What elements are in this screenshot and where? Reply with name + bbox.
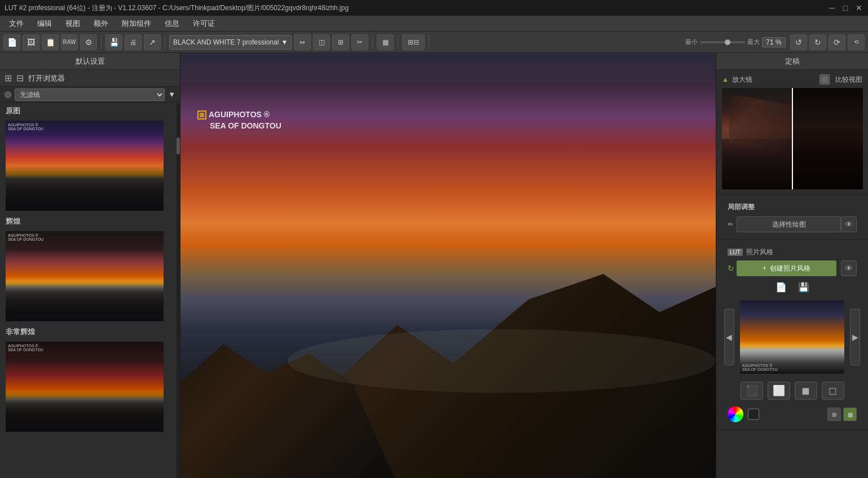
- drawing-row: ✏ 选择性绘图 👁: [722, 214, 862, 234]
- undo-button[interactable]: ↺: [790, 34, 807, 50]
- grid2-icon[interactable]: ⊟: [16, 73, 24, 83]
- cube-buttons-row: ⬛ ⬜ ◼ ◻: [722, 378, 862, 403]
- save-button[interactable]: 💾: [105, 34, 122, 50]
- splendor-thumbnail[interactable]: AGUIPHOTOS ® SEA OF DONGTOU: [6, 231, 164, 321]
- menu-file[interactable]: 文件: [2, 17, 30, 30]
- cube-btn-4[interactable]: ◻: [822, 382, 844, 400]
- new-button[interactable]: 📄: [3, 34, 20, 50]
- settings-button[interactable]: ⚙: [80, 34, 97, 50]
- raw-button[interactable]: RAW: [61, 34, 78, 50]
- cube1-icon: ⬛: [746, 384, 758, 397]
- compare-toggle[interactable]: ⇔: [294, 34, 311, 50]
- lut-photo-style-label: 照片风格: [746, 247, 773, 257]
- crop-button[interactable]: ✂: [351, 34, 368, 50]
- anchor-label: 定稿: [785, 56, 800, 67]
- open-button[interactable]: 🖼: [23, 34, 39, 50]
- main-layout: 默认设置 ⊞ ⊟ 打开浏览器 无滤镜 ▼ 原图 AGUIPHOTOS ® SEA…: [0, 53, 868, 478]
- grid-overlay-btn[interactable]: ⊞: [827, 408, 841, 421]
- refresh-icon[interactable]: ↻: [728, 264, 734, 273]
- cube-btn-2[interactable]: ⬜: [768, 382, 790, 400]
- separator-5: [429, 36, 429, 49]
- grid-btn[interactable]: ⊞⊟: [402, 34, 425, 50]
- arrow-up-icon: ▲: [722, 76, 729, 83]
- menu-edit[interactable]: 编辑: [30, 17, 59, 30]
- filter-select[interactable]: 无滤镜: [15, 88, 165, 101]
- lut-new-button[interactable]: 📄: [776, 282, 787, 293]
- histogram-btn[interactable]: ▦: [377, 34, 394, 50]
- titlebar-controls: ─ □ ✕: [827, 3, 863, 12]
- close-button[interactable]: ✕: [854, 3, 863, 12]
- menu-info[interactable]: 信息: [158, 17, 186, 30]
- cube-btn-3[interactable]: ◼: [795, 382, 817, 400]
- zoom-min-label: 最小: [685, 38, 698, 46]
- eye-toggle-button[interactable]: 👁: [841, 216, 857, 232]
- titlebar-title: LUT #2 professional (64位) - 注册为 - V1.12.…: [5, 3, 349, 13]
- toolbar: 📄 🖼 📋 RAW ⚙ 💾 🖨 ↗ BLACK AND WHITE 7 prof…: [0, 32, 868, 53]
- lut-preview-image: AGUIPHOTOS ® SEA OF DONGTOU: [740, 300, 845, 374]
- left-panel: 默认设置 ⊞ ⊟ 打开浏览器 无滤镜 ▼ 原图 AGUIPHOTOS ® SEA…: [0, 53, 180, 478]
- before-after[interactable]: ◫: [313, 34, 330, 50]
- main-image: AGUIPHOTOS ® SEA OF DONGTOU: [180, 53, 716, 478]
- lut-eye-toggle[interactable]: 👁: [841, 260, 857, 276]
- original-thumbnail-container: AGUIPHOTOS ® SEA OF DONGTOU: [0, 118, 180, 213]
- menu-license[interactable]: 许可证: [186, 17, 222, 30]
- section-original: 原图: [0, 103, 180, 118]
- magnifier-section: ▲ 放大镜 比较视图: [716, 70, 868, 194]
- filter-arrow-icon: ▼: [168, 90, 175, 99]
- selective-drawing-btn[interactable]: 选择性绘图: [737, 216, 841, 232]
- lut-preview-label: AGUIPHOTOS ® SEA OF DONGTOU: [742, 364, 778, 371]
- maximize-button[interactable]: □: [841, 3, 850, 12]
- local-adjust-section: 局部调整 ✏ 选择性绘图 👁: [716, 194, 868, 240]
- compare-view-label: 比较视图: [835, 75, 862, 85]
- lut-save-button[interactable]: 💾: [798, 282, 809, 293]
- create-style-button[interactable]: + 创建照片风格: [737, 260, 836, 276]
- filter-dot: [5, 91, 11, 98]
- lut-actions: 📄 💾: [722, 278, 862, 296]
- watermark-line2: SEA OF DONGTOU: [210, 121, 281, 132]
- menu-view[interactable]: 视图: [59, 17, 87, 30]
- lut-prev-button[interactable]: ◀: [724, 309, 734, 365]
- history-button[interactable]: 📋: [42, 34, 59, 50]
- lut-nav: ◀ AGUIPHOTOS ® SEA OF DONGTOU ▶: [722, 296, 862, 378]
- small-square-icon: [821, 76, 828, 83]
- cube-btn-1[interactable]: ⬛: [741, 382, 763, 400]
- pen-icon[interactable]: ✏: [728, 220, 737, 228]
- left-scrollbar[interactable]: [177, 104, 180, 478]
- fullscreen[interactable]: ⊞: [332, 34, 349, 50]
- open-browser-button[interactable]: 打开浏览器: [28, 73, 65, 83]
- menubar: 文件 编辑 视图 额外 附加组件 信息 许可证: [0, 16, 868, 32]
- grid-icon[interactable]: ⊞: [5, 73, 12, 83]
- splendor-thumbnail-container: AGUIPHOTOS ® SEA OF DONGTOU: [0, 229, 180, 324]
- thumb-info-splendor: AGUIPHOTOS ® SEA OF DONGTOU: [8, 233, 43, 241]
- export-button[interactable]: ↗: [144, 34, 161, 50]
- lut-next-button[interactable]: ▶: [850, 309, 860, 365]
- cube3-icon: ◼: [801, 384, 810, 397]
- redo-button[interactable]: ↻: [809, 34, 826, 50]
- create-style-label: 创建照片风格: [770, 264, 810, 273]
- watermark-line1: AGUIPHOTOS ®: [209, 109, 270, 121]
- anchor-bar: 定稿: [716, 53, 868, 70]
- small-rect-btn-1[interactable]: [748, 409, 759, 420]
- center-panel: AGUIPHOTOS ® SEA OF DONGTOU: [180, 53, 716, 478]
- titlebar: LUT #2 professional (64位) - 注册为 - V1.12.…: [0, 0, 868, 16]
- very-splendor-thumbnail[interactable]: AGUIPHOTOS ® SEA OF DONGTOU: [6, 342, 164, 432]
- original-thumbnail[interactable]: AGUIPHOTOS ® SEA OF DONGTOU: [6, 121, 164, 211]
- create-style-icon: +: [763, 264, 766, 272]
- preset-dropdown[interactable]: BLACK AND WHITE 7 professional ▼: [169, 35, 292, 50]
- print-button[interactable]: 🖨: [125, 34, 142, 50]
- rotate-button[interactable]: ⟳: [829, 34, 845, 50]
- menu-extra[interactable]: 额外: [87, 17, 115, 30]
- menu-addons[interactable]: 附加组件: [115, 17, 158, 30]
- settings-btn-2[interactable]: ▦: [843, 408, 857, 421]
- minimize-button[interactable]: ─: [827, 3, 836, 12]
- color-wheel-button[interactable]: [728, 406, 743, 422]
- lut-header: LUT 照片风格: [722, 244, 862, 259]
- thumbnail-list: 原图 AGUIPHOTOS ® SEA OF DONGTOU 辉煌 AGUIPH…: [0, 103, 180, 478]
- separator-3: [372, 36, 373, 49]
- default-settings-label: 默认设置: [76, 56, 105, 67]
- zoom-input[interactable]: [762, 37, 786, 47]
- browser-bar: ⊞ ⊟ 打开浏览器: [0, 70, 180, 87]
- reset-button[interactable]: ⟲: [848, 34, 865, 50]
- compare-view-image: [722, 88, 863, 189]
- lut-section: LUT 照片风格 ↻ + 创建照片风格 👁 📄 💾 ◀: [716, 240, 868, 431]
